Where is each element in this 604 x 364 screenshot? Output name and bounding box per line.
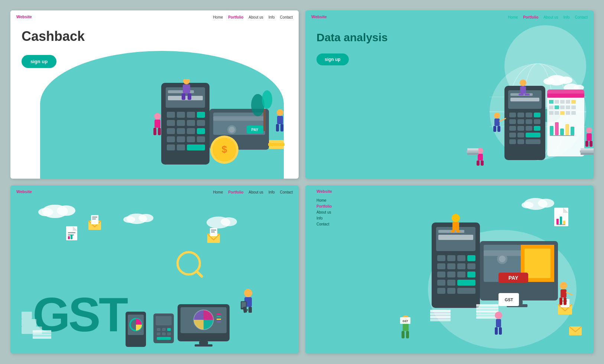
svg-rect-83 <box>526 133 540 137</box>
gst-card: Website Home Portfolio About us Info Con… <box>10 185 299 354</box>
svg-rect-253 <box>456 230 460 233</box>
svg-rect-8 <box>167 120 175 126</box>
data-analysis-content: Data analysis sign up <box>316 31 388 65</box>
svg-rect-72 <box>534 113 540 117</box>
svg-rect-68 <box>510 98 539 101</box>
svg-rect-42 <box>277 116 283 124</box>
nav-contact-4[interactable]: Contact <box>316 222 332 226</box>
svg-rect-132 <box>580 150 594 153</box>
nav-portfolio-1[interactable]: Portfolio <box>228 15 243 19</box>
cashback-signup-button[interactable]: sign up <box>22 55 56 68</box>
svg-rect-200 <box>563 221 565 224</box>
nav-info-3[interactable]: Info <box>269 190 275 194</box>
nav-home-4[interactable]: Home <box>316 198 332 202</box>
svg-rect-44 <box>280 124 283 131</box>
svg-point-195 <box>522 202 533 208</box>
nav-home-2[interactable]: Home <box>508 15 518 19</box>
svg-rect-34 <box>183 84 190 93</box>
nav-about-4[interactable]: About us <box>316 210 332 214</box>
nav-links-card3: Home Portfolio About us Info Contact <box>213 188 293 195</box>
svg-rect-191 <box>249 307 252 313</box>
svg-rect-265 <box>561 289 566 298</box>
svg-rect-22 <box>187 144 205 150</box>
svg-rect-167 <box>162 328 166 331</box>
svg-point-62 <box>543 78 555 85</box>
nav-contact-1[interactable]: Contact <box>280 15 293 19</box>
svg-rect-96 <box>555 105 559 109</box>
svg-rect-211 <box>447 263 455 269</box>
svg-point-37 <box>154 113 161 120</box>
svg-point-50 <box>262 90 272 109</box>
svg-rect-207 <box>447 255 455 261</box>
nav-home-3[interactable]: Home <box>213 190 223 194</box>
svg-rect-198 <box>556 219 559 224</box>
cashback-svg: PAY $ <box>139 79 295 176</box>
svg-rect-213 <box>467 263 475 269</box>
nav-about-2[interactable]: About us <box>543 15 558 19</box>
svg-point-61 <box>559 77 572 84</box>
svg-rect-166 <box>157 328 160 331</box>
svg-rect-116 <box>494 118 500 126</box>
nav-portfolio-2[interactable]: Portfolio <box>523 15 538 19</box>
svg-rect-16 <box>167 136 175 142</box>
nav-home-1[interactable]: Home <box>213 15 223 19</box>
logo-card3: Website <box>16 189 32 194</box>
gst-pay-illustration: PAY GST <box>335 185 588 354</box>
svg-rect-143 <box>22 319 36 326</box>
svg-rect-182 <box>33 330 51 333</box>
nav-bar-card1: Website Home Portfolio About us Info Con… <box>10 10 299 23</box>
svg-rect-5 <box>177 112 185 118</box>
svg-rect-130 <box>590 141 592 147</box>
svg-rect-176 <box>217 313 221 315</box>
cashback-illustration: PAY $ <box>139 79 295 176</box>
svg-rect-107 <box>560 129 564 135</box>
svg-rect-128 <box>587 133 592 141</box>
nav-about-1[interactable]: About us <box>249 15 263 19</box>
logo-card1: Website <box>16 14 32 19</box>
svg-rect-35 <box>182 93 185 100</box>
vertical-nav-card4: Home Portfolio About us Info Contact <box>316 198 332 226</box>
svg-rect-153 <box>92 217 97 218</box>
svg-text:GST: GST <box>403 320 408 322</box>
svg-rect-209 <box>467 255 475 261</box>
svg-point-185 <box>244 289 252 297</box>
svg-rect-114 <box>525 94 530 95</box>
nav-info-1[interactable]: Info <box>269 15 275 19</box>
nav-portfolio-4[interactable]: Portfolio <box>316 204 332 208</box>
svg-rect-81 <box>509 133 516 137</box>
svg-rect-69 <box>509 113 516 117</box>
svg-point-260 <box>495 312 502 319</box>
data-analysis-signup-button[interactable]: sign up <box>316 53 349 65</box>
svg-point-41 <box>277 109 283 116</box>
svg-rect-263 <box>499 327 502 335</box>
nav-about-3[interactable]: About us <box>249 190 263 194</box>
nav-contact-2[interactable]: Contact <box>575 15 588 19</box>
svg-rect-21 <box>177 144 185 150</box>
svg-rect-257 <box>406 331 409 338</box>
cashback-card: Website Home Portfolio About us Info Con… <box>10 10 299 179</box>
nav-contact-3[interactable]: Contact <box>280 190 293 194</box>
svg-point-138 <box>139 214 153 222</box>
svg-rect-126 <box>467 148 478 150</box>
svg-rect-46 <box>268 143 285 146</box>
svg-rect-208 <box>457 255 465 261</box>
nav-portfolio-3[interactable]: Portfolio <box>228 190 243 194</box>
svg-rect-10 <box>187 120 195 126</box>
data-analysis-title: Data analysis <box>316 31 388 44</box>
svg-rect-118 <box>497 126 500 132</box>
svg-rect-12 <box>167 128 175 134</box>
nav-info-4[interactable]: Info <box>316 216 332 220</box>
nav-info-2[interactable]: Info <box>564 15 570 19</box>
svg-point-115 <box>494 113 500 118</box>
svg-rect-131 <box>581 153 594 155</box>
svg-rect-9 <box>177 120 185 126</box>
svg-rect-110 <box>550 135 574 136</box>
svg-rect-157 <box>211 230 216 231</box>
svg-rect-239 <box>476 310 499 313</box>
svg-line-160 <box>197 271 202 276</box>
svg-rect-179 <box>217 321 221 322</box>
svg-rect-255 <box>403 323 409 331</box>
svg-rect-228 <box>525 248 551 278</box>
svg-rect-214 <box>437 272 445 277</box>
svg-rect-220 <box>457 280 475 286</box>
